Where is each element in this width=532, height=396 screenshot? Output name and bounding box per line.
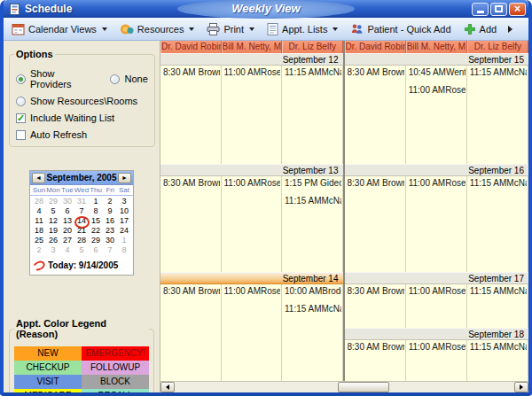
date-band[interactable]: September 17 — [345, 272, 529, 284]
schedule-cell[interactable]: 11:00 AMRosen... — [222, 284, 283, 381]
calendar-day[interactable]: 16 — [103, 216, 117, 226]
horizontal-scrollbar[interactable] — [160, 381, 528, 392]
schedule-app-icon[interactable] — [8, 3, 21, 16]
calendar-day[interactable]: 23 — [103, 226, 117, 236]
calendar-day[interactable]: 4 — [60, 245, 74, 255]
calendar-today-row[interactable]: Today: 9/14/2005 — [30, 257, 133, 275]
minimize-button[interactable] — [472, 3, 489, 16]
schedule-cell[interactable]: 11:15 AMMcNa... — [467, 66, 528, 164]
calendar-day[interactable]: 2 — [103, 197, 117, 206]
calendar-day[interactable]: 28 — [32, 197, 46, 206]
calendar-day[interactable]: 11 — [32, 216, 46, 226]
calendar-day[interactable]: 5 — [74, 245, 89, 255]
schedule-cell[interactable]: 8:30 AM Brown,... — [345, 340, 406, 381]
date-band[interactable]: September 15 — [345, 53, 529, 66]
calendar-day[interactable]: 9 — [103, 206, 117, 216]
resources-button[interactable]: Resources — [115, 21, 200, 37]
calendar-day[interactable]: 7 — [103, 245, 117, 255]
appointment-entry[interactable]: 11:00 AMRosen... — [409, 286, 466, 296]
appointment-entry[interactable]: 8:30 AM Brown,... — [348, 178, 404, 188]
provider-column-header[interactable]: Dr. David Robinson — [345, 41, 406, 53]
schedule-cell[interactable]: 8:30 AM Brown,... — [345, 284, 406, 328]
maximize-button[interactable] — [490, 3, 507, 16]
date-band[interactable]: September 13 — [160, 164, 343, 176]
calendar-day[interactable]: 19 — [46, 226, 60, 236]
provider-column-header[interactable]: Bill M. Netty, M.D. — [406, 41, 467, 53]
schedule-cell[interactable]: 1:15 PM Gideon...11:15 AMMcNa... — [282, 176, 343, 272]
schedule-cell[interactable]: 11:00 AMRosen... — [406, 176, 467, 272]
show-providers-radio[interactable] — [16, 74, 26, 84]
appointment-entry[interactable]: 11:00 AMRosen... — [409, 342, 466, 352]
schedule-cell[interactable]: 8:30 AM Brown,... — [160, 66, 222, 164]
show-resources-rooms-radio[interactable] — [16, 97, 26, 106]
schedule-cell[interactable]: 8:30 AM Brown,... — [345, 176, 406, 272]
schedule-cell[interactable]: 11:15 AMMcNa... — [282, 66, 343, 164]
calendar-day[interactable]: 6 — [60, 206, 74, 216]
appointment-entry[interactable]: 10:45 AMWentw... — [409, 67, 466, 77]
calendar-day[interactable]: 24 — [117, 226, 131, 236]
calendar-day[interactable]: 1 — [89, 197, 103, 206]
appointment-entry[interactable]: 11:15 AMMcNa... — [470, 342, 527, 352]
calendar-day[interactable]: 31 — [74, 197, 89, 206]
schedule-cell[interactable]: 11:00 AMRosen... — [406, 340, 467, 381]
appointment-entry[interactable]: 11:00 AMRosen... — [409, 85, 466, 95]
appointment-entry[interactable]: 11:15 AMMcNa... — [285, 67, 341, 77]
date-band[interactable]: September 16 — [345, 164, 529, 176]
calendar-day[interactable]: 3 — [46, 245, 60, 255]
auto-refresh-checkbox[interactable] — [16, 130, 26, 140]
schedule-cell[interactable]: 11:00 AMRosen... — [222, 176, 283, 272]
schedule-cell[interactable]: 11:15 AMMcNa... — [467, 340, 528, 381]
calendar-day[interactable]: 2 — [32, 245, 46, 255]
calendar-day[interactable]: 30 — [103, 236, 117, 245]
toolbar-expander-icon[interactable] — [508, 26, 512, 33]
calendar-day[interactable]: 17 — [117, 216, 131, 226]
schedule-cell[interactable]: 10:00 AMBroderi...11:15 AMMcNa... — [282, 284, 343, 381]
scrollbar-thumb[interactable] — [338, 382, 389, 392]
calendar-day[interactable]: 28 — [74, 236, 89, 245]
schedule-cell[interactable]: 8:30 AM Brown,... — [160, 176, 222, 272]
appointment-entry[interactable]: 8:30 AM Brown,... — [163, 178, 220, 188]
calendar-day[interactable]: 21 — [74, 226, 89, 236]
calendar-day[interactable]: 4 — [32, 206, 46, 216]
appointment-entry[interactable]: 11:00 AMRosen... — [409, 178, 466, 188]
appointment-entry[interactable]: 10:00 AMBroderi... — [285, 286, 341, 296]
schedule-cell[interactable]: 11:15 AMMcNa... — [467, 176, 528, 272]
calendar-day[interactable]: 29 — [46, 197, 60, 206]
calendar-next-button[interactable]: ► — [118, 173, 131, 183]
calendar-day[interactable]: 15 — [89, 216, 103, 226]
appointment-entry[interactable]: 11:15 AMMcNa... — [470, 67, 527, 77]
refresh-button[interactable]: Refresh — [523, 21, 532, 37]
calendar-day[interactable]: 22 — [89, 226, 103, 236]
calendar-day[interactable]: 8 — [89, 206, 103, 216]
calendar-day-today[interactable]: 14 — [74, 216, 89, 226]
calendar-day[interactable]: 30 — [60, 197, 74, 206]
calendar-day[interactable]: 29 — [89, 236, 103, 245]
scroll-right-button[interactable] — [514, 382, 528, 392]
calendar-day[interactable]: 25 — [32, 236, 46, 245]
calendar-day[interactable]: 26 — [46, 236, 60, 245]
appt-lists-button[interactable]: Appt. Lists — [262, 21, 342, 37]
appointment-entry[interactable]: 8:30 AM Brown,... — [348, 286, 404, 296]
calendar-day[interactable]: 7 — [74, 206, 89, 216]
appointment-entry[interactable]: 11:15 AMMcNa... — [470, 286, 527, 296]
appointment-entry[interactable]: 8:30 AM Brown,... — [163, 286, 220, 296]
schedule-cell[interactable]: 11:00 AMRosen... — [406, 284, 467, 328]
calendar-day[interactable]: 18 — [32, 226, 46, 236]
schedule-cell[interactable]: 8:30 AM Brown,... — [160, 284, 222, 381]
provider-column-header[interactable]: Dr. Liz Belfy — [467, 41, 528, 53]
appointment-entry[interactable]: 11:15 AMMcNa... — [285, 196, 341, 206]
calendar-prev-button[interactable]: ◄ — [32, 173, 45, 183]
calendar-day[interactable]: 20 — [60, 226, 74, 236]
calendar-day[interactable]: 12 — [46, 216, 60, 226]
appointment-entry[interactable]: 11:15 AMMcNa... — [285, 304, 341, 314]
appointment-entry[interactable]: 8:30 AM Brown,... — [163, 67, 220, 77]
close-button[interactable]: × — [509, 3, 526, 16]
calendar-day[interactable]: 10 — [117, 206, 131, 216]
patient-quick-add-button[interactable]: Patient - Quick Add — [346, 21, 455, 37]
schedule-cell[interactable]: 8:30 AM Brown,... — [345, 66, 406, 164]
calendar-views-button[interactable]: Calendar Views — [7, 21, 112, 37]
appointment-entry[interactable]: 11:15 AMMcNa... — [470, 178, 527, 188]
appointment-entry[interactable]: 11:00 AMRosen... — [224, 286, 281, 296]
include-waiting-list-checkbox[interactable]: ✓ — [16, 113, 26, 123]
calendar-day[interactable]: 1 — [117, 236, 131, 245]
